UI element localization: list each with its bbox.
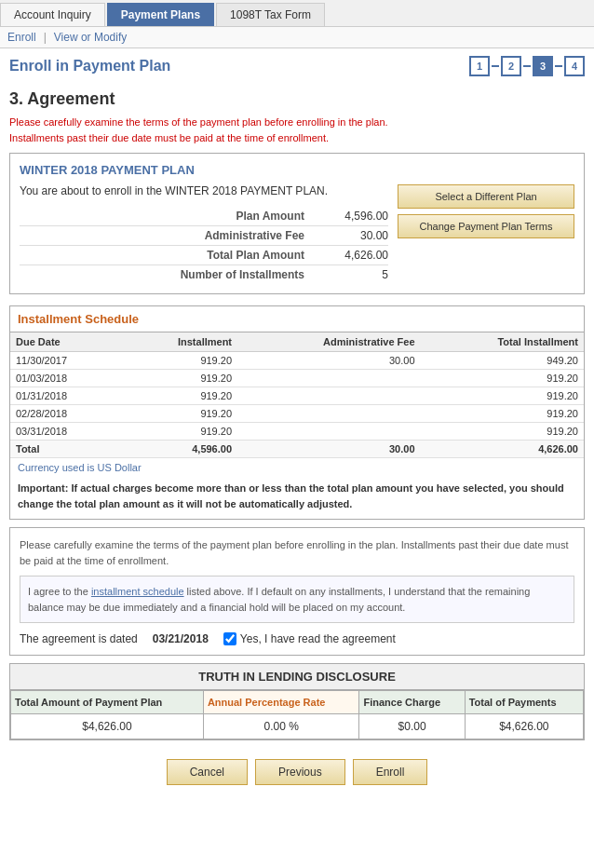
col-total-installment: Total Installment: [421, 332, 584, 352]
til-finance-charge-value: $0.00: [359, 714, 465, 739]
plan-amount-label: Plan Amount: [20, 210, 323, 223]
dated-value: 03/21/2018: [153, 632, 209, 645]
consent-prefix: I agree to the: [28, 586, 91, 597]
agreement-checkbox[interactable]: [223, 632, 236, 645]
plan-header: WINTER 2018 PAYMENT PLAN: [20, 163, 574, 177]
previous-button[interactable]: Previous: [255, 759, 345, 785]
cell-total: 919.20: [421, 423, 584, 441]
col-due-date: Due Date: [10, 332, 121, 352]
cell-admin-fee: [237, 387, 421, 405]
step-dash-2: [523, 65, 531, 67]
num-installments-label: Number of Installments: [20, 268, 323, 281]
til-col-total-amount: Total Amount of Payment Plan: [11, 691, 204, 714]
cell-installment: 919.20: [121, 387, 237, 405]
enroll-button[interactable]: Enroll: [353, 759, 428, 785]
total-plan-label: Total Plan Amount: [20, 249, 323, 262]
plan-content: You are about to enroll in the WINTER 20…: [20, 184, 574, 284]
intro-line1: Please carefully examine the terms of th…: [9, 116, 388, 128]
cell-installment: 919.20: [121, 423, 237, 441]
cancel-button[interactable]: Cancel: [167, 759, 248, 785]
table-row: 03/31/2018 919.20 919.20: [10, 423, 584, 441]
num-installments-value: 5: [323, 268, 388, 281]
cell-due-date: 01/03/2018: [10, 370, 121, 387]
change-terms-button[interactable]: Change Payment Plan Terms: [398, 214, 574, 238]
agreement-section: Please carefully examine the terms of th…: [9, 527, 585, 656]
consent-link[interactable]: installment schedule: [91, 586, 184, 597]
toolbar: Enroll | View or Modify: [0, 27, 594, 48]
cell-installment: 919.20: [121, 405, 237, 423]
steps-indicator: 1 2 3 4: [469, 56, 585, 76]
plan-details: Plan Amount 4,596.00 Administrative Fee …: [20, 207, 388, 284]
schedule-table: Due Date Installment Administrative Fee …: [10, 332, 584, 458]
step-dash-3: [555, 65, 562, 67]
total-plan-value: 4,626.00: [323, 249, 388, 262]
cell-installment: 919.20: [121, 370, 237, 387]
agreement-text: Please carefully examine the terms of th…: [20, 537, 574, 568]
admin-fee-value: 30.00: [323, 229, 388, 242]
tab-payment-plans[interactable]: Payment Plans: [107, 3, 214, 26]
col-installment: Installment: [121, 332, 237, 352]
admin-fee-label: Administrative Fee: [20, 229, 323, 242]
step-2[interactable]: 2: [501, 56, 521, 76]
plan-row-admin-fee: Administrative Fee 30.00: [20, 226, 388, 246]
steps-row: Enroll in Payment Plan 1 2 3 4: [0, 48, 594, 84]
plan-row-total: Total Plan Amount 4,626.00: [20, 246, 388, 265]
checkbox-row: Yes, I have read the agreement: [223, 632, 396, 645]
intro-line2: Installments past their due date must be…: [9, 132, 329, 143]
table-row: 01/03/2018 919.20 919.20: [10, 370, 584, 387]
important-note: Important: If actual charges become more…: [10, 477, 584, 519]
cell-due-date: 11/30/2017: [10, 352, 121, 370]
agreement-dated-row: The agreement is dated 03/21/2018 Yes, I…: [20, 632, 574, 645]
cell-installment: 919.20: [121, 352, 237, 370]
til-table: Total Amount of Payment Plan Annual Perc…: [10, 690, 584, 739]
total-label: Total: [10, 441, 121, 458]
schedule-total-row: Total 4,596.00 30.00 4,626.00: [10, 441, 584, 458]
enroll-text: You are about to enroll in the WINTER 20…: [20, 184, 388, 197]
plan-right: Select a Different Plan Change Payment P…: [398, 184, 574, 284]
step-3[interactable]: 3: [533, 56, 553, 76]
table-row: 11/30/2017 919.20 30.00 949.20: [10, 352, 584, 370]
toolbar-separator: |: [44, 31, 47, 44]
table-row: 01/31/2018 919.20 919.20: [10, 387, 584, 405]
til-col-finance-charge: Finance Charge: [359, 691, 465, 714]
plan-amount-value: 4,596.00: [323, 210, 388, 223]
page-title: Enroll in Payment Plan: [9, 58, 170, 75]
til-section: TRUTH IN LENDING DISCLOSURE Total Amount…: [9, 663, 585, 740]
cell-due-date: 02/28/2018: [10, 405, 121, 423]
til-col-apr: Annual Percentage Rate: [203, 691, 359, 714]
step-1[interactable]: 1: [469, 56, 490, 76]
bottom-buttons: Cancel Previous Enroll: [0, 748, 594, 796]
tab-bar: Account Inquiry Payment Plans 1098T Tax …: [0, 0, 594, 27]
enroll-link[interactable]: Enroll: [7, 31, 36, 44]
dated-label: The agreement is dated: [20, 632, 138, 645]
total-total: 4,626.00: [421, 441, 584, 458]
cell-due-date: 03/31/2018: [10, 423, 121, 441]
til-col-total-payments: Total of Payments: [465, 691, 583, 714]
plan-panel: WINTER 2018 PAYMENT PLAN You are about t…: [9, 153, 585, 294]
plan-left: You are about to enroll in the WINTER 20…: [20, 184, 388, 284]
col-admin-fee: Administrative Fee: [237, 332, 421, 352]
cell-due-date: 01/31/2018: [10, 387, 121, 405]
checkbox-label: Yes, I have read the agreement: [240, 632, 396, 645]
schedule-header-row: Due Date Installment Administrative Fee …: [10, 332, 584, 352]
cell-total: 949.20: [421, 352, 584, 370]
schedule-section: Installment Schedule Due Date Installmen…: [9, 305, 585, 520]
til-total-amount-value: $4,626.00: [11, 714, 204, 739]
tab-account-inquiry[interactable]: Account Inquiry: [0, 3, 105, 26]
cell-admin-fee: [237, 405, 421, 423]
view-modify-link[interactable]: View or Modify: [54, 31, 127, 44]
plan-row-amount: Plan Amount 4,596.00: [20, 207, 388, 226]
til-apr-value: 0.00 %: [203, 714, 359, 739]
step-4[interactable]: 4: [564, 56, 585, 76]
total-admin-fee: 30.00: [237, 441, 421, 458]
select-plan-button[interactable]: Select a Different Plan: [398, 184, 574, 209]
cell-total: 919.20: [421, 405, 584, 423]
cell-admin-fee: [237, 370, 421, 387]
til-header-row: Total Amount of Payment Plan Annual Perc…: [11, 691, 584, 714]
cell-admin-fee: [237, 423, 421, 441]
table-row: 02/28/2018 919.20 919.20: [10, 405, 584, 423]
tab-1098t[interactable]: 1098T Tax Form: [216, 3, 325, 26]
intro-text: Please carefully examine the terms of th…: [0, 113, 594, 153]
section-heading: 3. Agreement: [0, 84, 594, 113]
step-dash-1: [492, 65, 499, 67]
